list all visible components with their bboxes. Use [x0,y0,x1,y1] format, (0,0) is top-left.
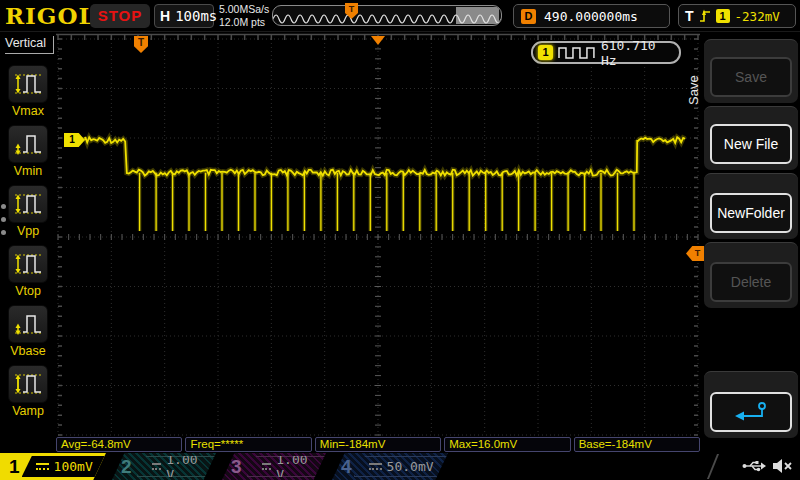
measurement-freq[interactable]: Freq=***** [185,437,311,452]
vamp-label: Vamp [8,404,48,418]
return-button[interactable] [710,392,792,432]
channel3-number: 3 [231,456,245,478]
return-arrow-icon [733,400,769,424]
memory-depth: 12.0M pts [219,16,269,29]
channel4-scale: 50.0mV [354,456,449,477]
delete-button[interactable]: Delete [710,262,792,302]
vamp-button[interactable] [8,365,48,403]
speaker-muted-icon[interactable] [772,458,793,474]
dc-coupling-icon [36,463,49,470]
top-bar: RIGOL STOP H 100ms 5.00MSa/s 12.0M pts T… [0,0,800,32]
channel1-tab[interactable]: 1 100mV [0,453,106,480]
horizontal-timebase-box[interactable]: H 100ms [154,4,214,28]
vpp-button[interactable] [8,185,48,223]
trigger-label: T [685,8,694,24]
freq-counter-value: 610.710 Hz [601,38,679,68]
new-file-button[interactable]: New File [710,124,792,164]
vtop-button[interactable] [8,245,48,283]
trigger-readout-box: T 1 -232mV [678,4,796,28]
menu-slot: Delete [704,242,798,308]
memory-position-bar [272,5,502,26]
frequency-counter-badge: 1 610.710 Hz [531,41,681,64]
sidebar-item-vpp[interactable]: Vpp [8,185,48,238]
dc-coupling-icon [369,463,382,470]
left-menu-title: Vertical [5,36,54,54]
trigger-source-badge: 1 [716,9,730,23]
save-button[interactable]: Save [710,57,792,97]
sidebar-item-vmax[interactable]: Vmax [8,65,48,118]
menu-page-dots [1,204,6,235]
square-wave-icon [558,47,596,59]
horizontal-label: H [160,8,170,24]
vmin-button[interactable] [8,125,48,163]
channel1-number: 1 [9,456,20,478]
vmin-label: Vmin [8,164,48,178]
vbase-icon [12,310,44,338]
channel3-tab[interactable]: 3 1.00 V [222,453,326,480]
vmin-icon [12,130,44,158]
vamp-icon [12,370,44,398]
dc-coupling-icon [152,463,162,470]
channel2-scale: 1.00 V [137,456,216,477]
delay-value: 490.000000ms [544,9,638,24]
dc-coupling-icon [262,463,272,470]
oscilloscope-ui: RIGOL STOP H 100ms 5.00MSa/s 12.0M pts T… [0,0,800,480]
sidebar-item-vtop[interactable]: Vtop [8,245,48,298]
vpp-label: Vpp [8,224,48,238]
usb-icon [742,458,767,474]
right-menu-save: Save New File NewFolder Delete [702,32,800,453]
rising-edge-icon [699,8,711,24]
vpp-icon [12,190,44,218]
sidebar-item-vbase[interactable]: Vbase [8,305,48,358]
left-menu-vertical: Vertical Vmax Vmin [0,32,55,453]
channel4-number: 4 [341,456,352,478]
right-menu-tab-label: Save [686,54,701,126]
measurement-min[interactable]: Min=-184mV [315,437,441,452]
menu-slot [704,371,798,438]
channel2-number: 2 [121,456,135,478]
timebase-value: 100ms [175,8,217,24]
trigger-level-value: -232mV [735,9,780,24]
status-divider [707,454,727,479]
vtop-label: Vtop [8,284,48,298]
screen-center-marker-icon [371,36,385,45]
measurement-avg[interactable]: Avg=-64.8mV [56,437,182,452]
measurement-base[interactable]: Base=-184mV [574,437,700,452]
vmax-icon [12,70,44,98]
measurements-bar: Avg=-64.8mV Freq=***** Min=-184mV Max=16… [56,437,700,452]
sidebar-item-vmin[interactable]: Vmin [8,125,48,178]
vmax-button[interactable] [8,65,48,103]
acquisition-info: 5.00MSa/s 12.0M pts [219,3,269,29]
memory-waveform-icon [273,6,501,25]
menu-slot: New File [704,106,798,170]
menu-slot: Save [704,39,798,103]
waveform-grid-canvas [56,33,700,437]
new-folder-button[interactable]: NewFolder [710,193,792,233]
scope-screen: T 1 T 1 610.710 Hz [56,33,700,437]
delay-label: D [521,9,536,24]
channel2-tab[interactable]: 2 1.00 V [112,453,216,480]
vtop-icon [12,250,44,278]
delay-readout-box: D 490.000000ms [513,4,670,28]
measurement-max[interactable]: Max=16.0mV [444,437,570,452]
rigol-logo: RIGOL [5,2,96,29]
sample-rate: 5.00MSa/s [219,3,269,16]
channel4-tab[interactable]: 4 50.0mV [332,453,448,480]
channel3-scale: 1.00 V [247,456,326,477]
run-state-button[interactable]: STOP [90,4,150,28]
vbase-button[interactable] [8,305,48,343]
sidebar-item-vamp[interactable]: Vamp [8,365,48,418]
menu-slot: NewFolder [704,173,798,239]
channel-status-bar: 1 100mV 2 1.00 V 3 1.00 V 4 50.0mV [0,453,800,480]
vmax-label: Vmax [8,104,48,118]
freq-counter-channel-badge: 1 [538,45,553,60]
channel1-scale: 100mV [22,456,107,477]
vbase-label: Vbase [8,344,48,358]
